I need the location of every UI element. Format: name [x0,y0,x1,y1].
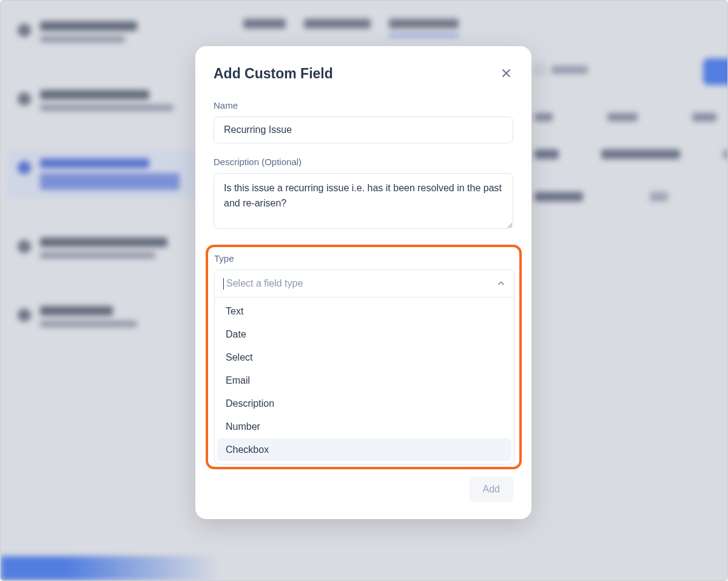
description-input[interactable]: Is this issue a recurring issue i.e. has… [214,173,513,229]
chevron-up-icon [497,279,505,288]
add-custom-field-modal: Add Custom Field Name Description (Optio… [195,46,531,519]
add-button[interactable]: Add [470,477,513,502]
type-option-email[interactable]: Email [217,369,511,392]
type-label: Type [214,253,514,263]
type-option-date[interactable]: Date [217,323,511,346]
close-button[interactable] [499,64,513,83]
type-option-select[interactable]: Select [217,346,511,369]
type-option-description[interactable]: Description [217,392,511,415]
type-select-placeholder: Select a field type [226,278,497,289]
type-option-checkbox[interactable]: Checkbox [217,438,511,461]
name-input[interactable] [214,117,513,143]
type-option-text[interactable]: Text [217,300,511,323]
type-select-header[interactable]: Select a field type [215,270,514,297]
name-label: Name [214,100,513,110]
close-icon [502,69,511,78]
description-label: Description (Optional) [214,157,513,167]
type-option-number[interactable]: Number [217,415,511,438]
type-section-highlight: Type Select a field type Text Date Selec… [206,245,522,469]
modal-title: Add Custom Field [214,66,333,82]
type-select[interactable]: Select a field type Text Date Select Ema… [214,270,514,464]
type-dropdown: Text Date Select Email Description Numbe… [215,297,514,464]
